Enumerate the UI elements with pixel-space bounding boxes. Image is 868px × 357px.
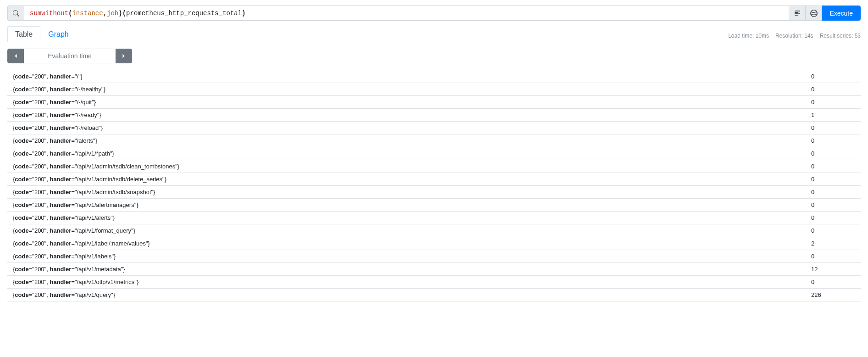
table-row: {code="200", handler="/-/quit"}0 xyxy=(7,95,861,108)
result-series: Result series: 53 xyxy=(820,33,861,39)
format-query-button[interactable] xyxy=(789,6,806,21)
query-history-button[interactable] xyxy=(806,6,822,21)
result-value: 0 xyxy=(800,214,855,221)
result-value: 226 xyxy=(800,291,855,298)
chevron-right-icon xyxy=(122,54,126,58)
series-label[interactable]: {code="200", handler="/api/v1/metadata"} xyxy=(13,266,125,273)
result-value: 0 xyxy=(800,279,855,285)
table-row: {code="200", handler="/api/v1/metadata"}… xyxy=(7,262,861,275)
series-label[interactable]: {code="200", handler="/alerts"} xyxy=(13,137,97,144)
series-label[interactable]: {code="200", handler="/-/reload"} xyxy=(13,124,103,131)
result-value: 0 xyxy=(800,201,855,208)
table-row: {code="200", handler="/api/v1/*path"}0 xyxy=(7,147,861,160)
table-row: {code="200", handler="/api/v1/alertmanag… xyxy=(7,198,861,211)
series-label[interactable]: {code="200", handler="/-/ready"} xyxy=(13,112,101,118)
table-row: {code="200", handler="/alerts"}0 xyxy=(7,134,861,147)
table-row: {code="200", handler="/"}0 xyxy=(7,70,861,83)
table-row: {code="200", handler="/-/ready"}1 xyxy=(7,108,861,121)
table-row: {code="200", handler="/api/v1/admin/tsdb… xyxy=(7,160,861,173)
series-label[interactable]: {code="200", handler="/api/v1/label/:nam… xyxy=(13,240,150,247)
resolution: Resolution: 14s xyxy=(775,33,813,39)
series-label[interactable]: {code="200", handler="/-/quit"} xyxy=(13,99,96,106)
expression-input[interactable]: sum without (instance,job) (prometheus_h… xyxy=(24,6,789,21)
table-row: {code="200", handler="/-/healthy"}0 xyxy=(7,83,861,95)
results-table: {code="200", handler="/"}0{code="200", h… xyxy=(0,70,868,301)
evaluation-time-input[interactable] xyxy=(24,49,116,63)
result-value: 0 xyxy=(800,150,855,157)
eval-time-next-button[interactable] xyxy=(116,49,132,63)
eval-time-prev-button[interactable] xyxy=(7,49,24,63)
table-row: {code="200", handler="/api/v1/admin/tsdb… xyxy=(7,185,861,198)
series-label[interactable]: {code="200", handler="/api/v1/format_que… xyxy=(13,227,135,234)
table-row: {code="200", handler="/api/v1/admin/tsdb… xyxy=(7,173,861,185)
result-value: 0 xyxy=(800,137,855,144)
series-label[interactable]: {code="200", handler="/api/v1/query"} xyxy=(13,291,115,298)
table-row: {code="200", handler="/-/reload"}0 xyxy=(7,121,861,134)
series-label[interactable]: {code="200", handler="/api/v1/alerts"} xyxy=(13,214,115,221)
series-label[interactable]: {code="200", handler="/-/healthy"} xyxy=(13,86,105,93)
search-icon xyxy=(13,10,19,17)
series-label[interactable]: {code="200", handler="/api/v1/admin/tsdb… xyxy=(13,163,179,170)
result-value: 0 xyxy=(800,163,855,170)
result-value: 0 xyxy=(800,227,855,234)
table-row: {code="200", handler="/api/v1/label/:nam… xyxy=(7,237,861,250)
execute-button[interactable]: Execute xyxy=(822,6,861,21)
series-label[interactable]: {code="200", handler="/api/v1/otlp/v1/me… xyxy=(13,279,138,285)
result-value: 0 xyxy=(800,253,855,260)
table-row: {code="200", handler="/api/v1/alerts"}0 xyxy=(7,211,861,224)
series-label[interactable]: {code="200", handler="/api/v1/alertmanag… xyxy=(13,201,138,208)
format-icon xyxy=(794,10,801,17)
result-value: 0 xyxy=(800,99,855,106)
tab-table[interactable]: Table xyxy=(7,26,40,42)
result-value: 12 xyxy=(800,266,855,273)
evaluation-time-controls xyxy=(0,42,868,70)
result-value: 0 xyxy=(800,189,855,195)
table-row: {code="200", handler="/api/v1/query"}226 xyxy=(7,288,861,301)
result-value: 0 xyxy=(800,176,855,183)
globe-icon xyxy=(810,10,818,17)
load-time: Load time: 10ms xyxy=(728,33,769,39)
series-label[interactable]: {code="200", handler="/"} xyxy=(13,73,83,80)
series-label[interactable]: {code="200", handler="/api/v1/admin/tsdb… xyxy=(13,176,166,183)
table-row: {code="200", handler="/api/v1/otlp/v1/me… xyxy=(7,275,861,288)
tab-graph[interactable]: Graph xyxy=(40,26,76,42)
tabs: Table Graph Load time: 10ms Resolution: … xyxy=(0,21,868,42)
result-value: 0 xyxy=(800,124,855,131)
chevron-left-icon xyxy=(13,54,18,58)
query-bar: sum without (instance,job) (prometheus_h… xyxy=(0,0,868,21)
table-row: {code="200", handler="/api/v1/labels"}0 xyxy=(7,250,861,262)
result-value: 2 xyxy=(800,240,855,247)
series-label[interactable]: {code="200", handler="/api/v1/*path"} xyxy=(13,150,114,157)
result-value: 0 xyxy=(800,86,855,93)
query-stats: Load time: 10ms Resolution: 14s Result s… xyxy=(728,33,861,42)
series-label[interactable]: {code="200", handler="/api/v1/admin/tsdb… xyxy=(13,189,155,195)
result-value: 0 xyxy=(800,73,855,80)
result-value: 1 xyxy=(800,112,855,118)
series-label[interactable]: {code="200", handler="/api/v1/labels"} xyxy=(13,253,116,260)
metrics-explorer-button[interactable] xyxy=(7,6,24,21)
table-row: {code="200", handler="/api/v1/format_que… xyxy=(7,224,861,237)
